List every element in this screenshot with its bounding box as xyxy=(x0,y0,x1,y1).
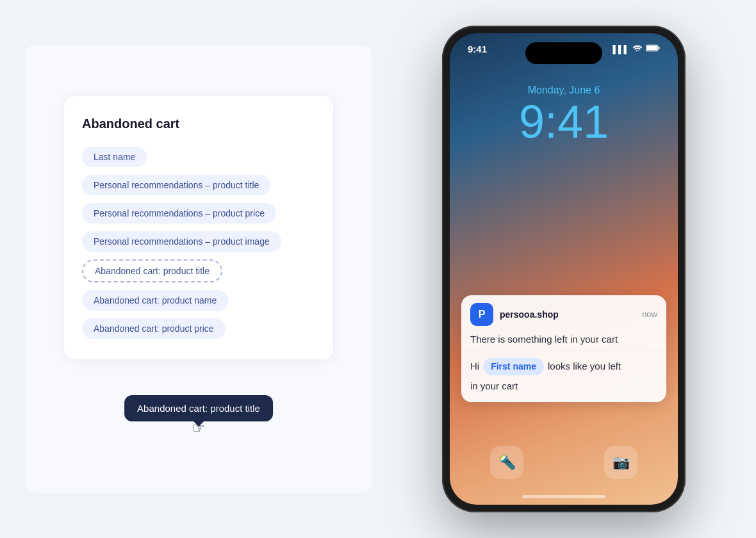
svg-rect-2 xyxy=(646,45,657,50)
notif-sender: persooa.shop xyxy=(500,309,636,320)
signal-icon: ▌▌▌ xyxy=(612,45,629,54)
tag-rec-product-price[interactable]: Personal recommendations – product price xyxy=(82,203,276,224)
abandoned-cart-card: Abandoned cart Last name Personal recomm… xyxy=(64,96,333,359)
phone-bottom-controls: 🔦 📷 xyxy=(450,446,678,479)
notif-body-line2: in your cart xyxy=(470,379,518,394)
flashlight-button[interactable]: 🔦 xyxy=(490,446,523,479)
card-title: Abandoned cart xyxy=(82,117,315,131)
main-container: Abandoned cart Last name Personal recomm… xyxy=(26,13,730,525)
notification-card: P persooa.shop now There is something le… xyxy=(461,295,666,403)
lock-screen-content: Monday, June 6 9:41 xyxy=(450,85,678,145)
tag-rec-product-image[interactable]: Personal recommendations – product image xyxy=(82,231,281,252)
notif-header: P persooa.shop now xyxy=(461,295,666,331)
status-bar: 9:41 ▌▌▌ xyxy=(450,44,678,54)
notif-time: now xyxy=(642,309,657,319)
wifi-icon xyxy=(632,44,643,54)
notif-subject: There is something left in your cart xyxy=(461,331,666,350)
svg-rect-1 xyxy=(658,47,659,49)
lock-time: 9:41 xyxy=(450,99,678,145)
camera-button[interactable]: 📷 xyxy=(604,446,637,479)
tag-abandoned-product-title[interactable]: Abandoned cart: product title xyxy=(82,259,222,282)
tag-abandoned-product-name[interactable]: Abandoned cart: product name xyxy=(82,290,228,311)
tag-abandoned-product-price[interactable]: Abandoned cart: product price xyxy=(82,318,226,339)
notif-first-name-tag: First name xyxy=(483,358,544,375)
lock-date: Monday, June 6 xyxy=(450,85,678,96)
right-panel: 9:41 ▌▌▌ Monday, June 6 9:41 xyxy=(397,13,730,525)
tag-list: Last name Personal recommendations – pro… xyxy=(82,147,315,339)
phone-frame: 9:41 ▌▌▌ Monday, June 6 9:41 xyxy=(442,26,686,512)
battery-icon xyxy=(646,44,660,54)
tag-rec-product-title[interactable]: Personal recommendations – product title xyxy=(82,175,270,195)
tooltip: Abandoned cart: product title xyxy=(124,395,273,421)
flashlight-icon: 🔦 xyxy=(498,454,516,471)
notif-body: Hi First name looks like you left in you… xyxy=(461,350,666,403)
notif-avatar: P xyxy=(470,303,493,326)
cursor-icon: ☞ xyxy=(192,420,205,437)
notif-body-suffix: looks like you left xyxy=(548,359,621,374)
status-time: 9:41 xyxy=(468,44,487,54)
phone-screen: 9:41 ▌▌▌ Monday, June 6 9:41 xyxy=(450,33,678,505)
status-icons: ▌▌▌ xyxy=(612,44,660,54)
left-panel: Abandoned cart Last name Personal recomm… xyxy=(26,45,372,493)
home-bar xyxy=(522,495,605,498)
tag-last-name[interactable]: Last name xyxy=(82,147,147,167)
notif-body-prefix: Hi xyxy=(470,359,479,374)
camera-icon: 📷 xyxy=(612,454,630,471)
